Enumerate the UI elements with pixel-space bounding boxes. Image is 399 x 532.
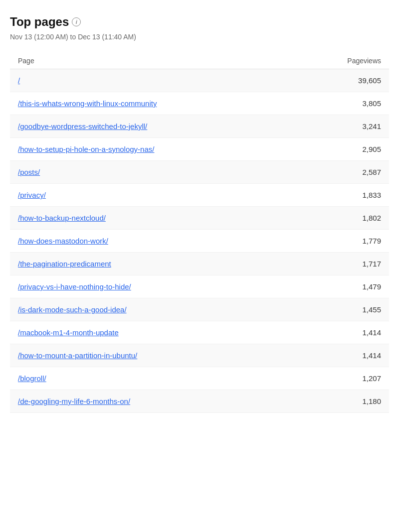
table-row: /goodbye-wordpress-switched-to-jekyll/3,… xyxy=(10,115,389,138)
page-link[interactable]: /how-to-backup-nextcloud/ xyxy=(18,214,106,222)
pageviews-value: 1,717 xyxy=(362,260,381,268)
table-row: /the-pagination-predicament1,717 xyxy=(10,253,389,275)
page-link[interactable]: /how-to-mount-a-partition-in-ubuntu/ xyxy=(18,351,137,360)
pageviews-value: 2,587 xyxy=(362,168,381,176)
table-row: /39,605 xyxy=(10,69,389,92)
table-row: /blogroll/1,207 xyxy=(10,367,389,390)
pageviews-value: 1,207 xyxy=(362,374,381,383)
pageviews-value: 1,455 xyxy=(362,305,381,314)
table-row: /privacy-vs-i-have-nothing-to-hide/1,479 xyxy=(10,275,389,298)
col-pageviews-header: Pageviews xyxy=(347,57,381,65)
page-link[interactable]: /privacy/ xyxy=(18,191,46,199)
page-link[interactable]: /macbook-m1-4-month-update xyxy=(18,328,119,337)
pageviews-value: 1,802 xyxy=(362,214,381,222)
pageviews-value: 1,414 xyxy=(362,351,381,360)
table-body: /39,605/this-is-whats-wrong-with-linux-c… xyxy=(10,69,389,413)
pageviews-value: 1,779 xyxy=(362,237,381,245)
table-header: Page Pageviews xyxy=(10,53,389,69)
page-link[interactable]: /the-pagination-predicament xyxy=(18,260,111,268)
page-link[interactable]: /de-googling-my-life-6-months-on/ xyxy=(18,397,130,405)
pageviews-value: 1,479 xyxy=(362,282,381,291)
pageviews-value: 1,414 xyxy=(362,328,381,337)
page-link[interactable]: /posts/ xyxy=(18,168,40,176)
pageviews-value: 2,905 xyxy=(362,145,381,153)
table-row: /how-does-mastodon-work/1,779 xyxy=(10,230,389,253)
header-section: Top pages i Nov 13 (12:00 AM) to Dec 13 … xyxy=(10,15,389,41)
page-link[interactable]: /blogroll/ xyxy=(18,374,46,383)
page-link[interactable]: /how-to-setup-pi-hole-on-a-synology-nas/ xyxy=(18,145,154,153)
table-row: /this-is-whats-wrong-with-linux-communit… xyxy=(10,92,389,115)
table-row: /posts/2,587 xyxy=(10,161,389,184)
top-pages-table: Page Pageviews /39,605/this-is-whats-wro… xyxy=(10,53,389,413)
title-row: Top pages i xyxy=(10,15,389,29)
table-row: /how-to-setup-pi-hole-on-a-synology-nas/… xyxy=(10,138,389,161)
pageviews-value: 3,805 xyxy=(362,99,381,108)
page-title: Top pages xyxy=(10,15,69,29)
page-link[interactable]: / xyxy=(18,76,20,85)
table-row: /how-to-mount-a-partition-in-ubuntu/1,41… xyxy=(10,344,389,367)
page-link[interactable]: /how-does-mastodon-work/ xyxy=(18,237,108,245)
pageviews-value: 39,605 xyxy=(358,76,381,85)
table-row: /is-dark-mode-such-a-good-idea/1,455 xyxy=(10,298,389,321)
col-page-header: Page xyxy=(18,57,34,65)
table-row: /macbook-m1-4-month-update1,414 xyxy=(10,321,389,344)
page-link[interactable]: /privacy-vs-i-have-nothing-to-hide/ xyxy=(18,282,131,291)
page-link[interactable]: /this-is-whats-wrong-with-linux-communit… xyxy=(18,99,157,108)
table-row: /how-to-backup-nextcloud/1,802 xyxy=(10,207,389,230)
page-link[interactable]: /is-dark-mode-such-a-good-idea/ xyxy=(18,305,127,314)
info-icon[interactable]: i xyxy=(72,17,81,26)
pageviews-value: 3,241 xyxy=(362,122,381,131)
date-range: Nov 13 (12:00 AM) to Dec 13 (11:40 AM) xyxy=(10,33,389,41)
table-row: /privacy/1,833 xyxy=(10,184,389,207)
pageviews-value: 1,180 xyxy=(362,397,381,405)
pageviews-value: 1,833 xyxy=(362,191,381,199)
page-link[interactable]: /goodbye-wordpress-switched-to-jekyll/ xyxy=(18,122,147,131)
table-row: /de-googling-my-life-6-months-on/1,180 xyxy=(10,390,389,413)
